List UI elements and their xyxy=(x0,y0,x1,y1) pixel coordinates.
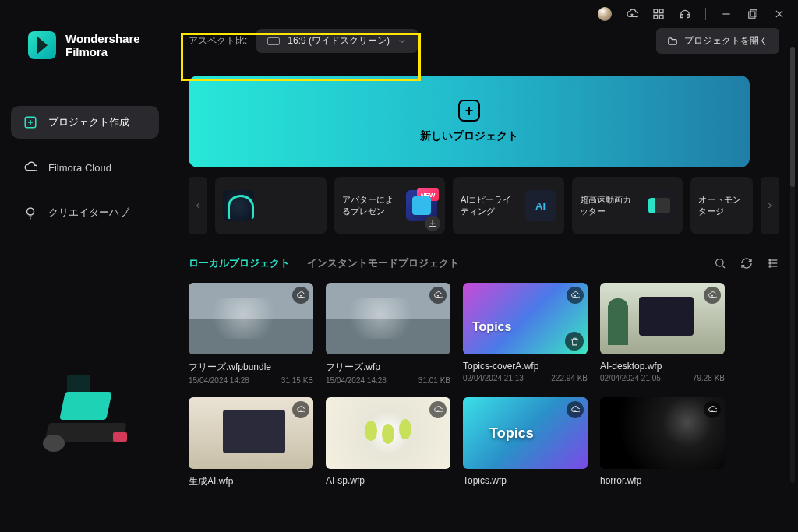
trash-icon[interactable] xyxy=(565,332,584,351)
cloud-upload-icon[interactable] xyxy=(429,401,447,418)
cloud-upload-icon[interactable] xyxy=(429,287,447,304)
project-date: 15/04/2024 14:28 xyxy=(189,376,249,385)
headphones-icon xyxy=(223,190,254,221)
feature-carousel: アバターによるプレゼン NEW AIコピーライティング 超高速動画カッター オー… xyxy=(189,177,779,234)
project-card[interactable]: Topics.wfp xyxy=(463,397,588,488)
cloud-upload-icon[interactable] xyxy=(567,287,584,304)
cloud-icon xyxy=(23,160,37,174)
sidebar-item-label: クリエイターハブ xyxy=(48,206,129,220)
sidebar-item-filmora-cloud[interactable]: Filmora Cloud xyxy=(11,151,159,184)
feature-label: AIコピーライティング xyxy=(461,194,519,217)
project-name: Topics.wfp xyxy=(463,475,588,486)
cloud-upload-icon[interactable] xyxy=(567,401,584,418)
sidebar-illustration xyxy=(39,361,132,454)
cloud-upload-icon[interactable] xyxy=(704,401,721,418)
project-date: 02/04/2024 21:05 xyxy=(600,374,661,382)
app-logo: Wondershare Filmora xyxy=(28,31,159,59)
project-name: フリーズ.wfp xyxy=(326,361,450,374)
sidebar: Wondershare Filmora プロジェクト作成 Filmora Clo… xyxy=(0,0,170,532)
feature-card-ai-copywriting[interactable]: AIコピーライティング xyxy=(453,177,564,234)
sidebar-item-label: Filmora Cloud xyxy=(48,162,111,174)
search-icon[interactable] xyxy=(714,257,726,270)
folder-icon xyxy=(667,36,678,47)
download-icon[interactable] xyxy=(425,216,440,231)
project-thumbnail[interactable] xyxy=(463,397,588,469)
plus-icon: + xyxy=(458,100,480,122)
open-project-button[interactable]: プロジェクトを開く xyxy=(656,28,779,54)
feature-label: 超高速動画カッター xyxy=(580,194,638,217)
cloud-upload-icon[interactable] xyxy=(292,401,309,418)
svg-point-21 xyxy=(769,266,771,267)
scrollbar[interactable] xyxy=(790,47,795,483)
project-size: 31.01 KB xyxy=(418,376,450,385)
project-date: 02/04/2024 21:13 xyxy=(463,374,524,382)
svg-point-12 xyxy=(27,208,34,215)
sort-icon[interactable] xyxy=(767,257,779,270)
top-toolbar: アスペクト比: 16:9 (ワイドスクリーン) プロジェクトを開く xyxy=(189,28,779,54)
project-thumbnail[interactable] xyxy=(600,283,725,354)
project-name: Topics-coverA.wfp xyxy=(463,361,588,372)
sidebar-item-creator-hub[interactable]: クリエイターハブ xyxy=(11,196,159,229)
project-card[interactable]: フリーズ.wfpbundle 15/04/2024 14:2831.15 KB xyxy=(189,283,313,385)
feature-card-auto-montage[interactable]: オートモンタージ xyxy=(690,177,753,234)
project-thumbnail[interactable] xyxy=(326,397,450,469)
film-cutter-icon xyxy=(644,190,675,221)
main-content: アスペクト比: 16:9 (ワイドスクリーン) プロジェクトを開く + 新しいプ… xyxy=(170,0,798,532)
project-thumbnail[interactable] xyxy=(189,283,313,354)
logo-mark-icon xyxy=(28,31,56,59)
project-thumbnail[interactable] xyxy=(463,283,588,354)
project-name: AI-desktop.wfp xyxy=(600,361,725,372)
project-size: 79.28 KB xyxy=(693,374,725,382)
feature-label: オートモンタージ xyxy=(698,194,745,217)
carousel-next-button[interactable] xyxy=(761,177,779,234)
project-grid: フリーズ.wfpbundle 15/04/2024 14:2831.15 KB … xyxy=(189,283,779,488)
project-card[interactable]: 生成AI.wfp xyxy=(189,397,313,488)
svg-line-16 xyxy=(722,266,725,268)
svg-point-19 xyxy=(769,262,771,264)
project-thumbnail[interactable] xyxy=(600,397,725,469)
project-name: 生成AI.wfp xyxy=(189,475,313,488)
project-size: 31.15 KB xyxy=(281,376,313,385)
tab-local-projects[interactable]: ローカルプロジェクト xyxy=(189,256,290,270)
project-size: 222.94 KB xyxy=(551,374,588,382)
aspect-ratio-label: アスペクト比: xyxy=(189,34,247,48)
project-card[interactable]: フリーズ.wfp 15/04/2024 14:2831.01 KB xyxy=(326,283,450,385)
project-thumbnail[interactable] xyxy=(326,283,450,354)
sidebar-item-create-project[interactable]: プロジェクト作成 xyxy=(11,106,159,139)
aspect-ratio-select[interactable]: 16:9 (ワイドスクリーン) xyxy=(256,29,418,53)
brand-line1: Wondershare xyxy=(65,32,140,45)
chevron-down-icon xyxy=(397,37,407,46)
cloud-upload-icon[interactable] xyxy=(704,287,721,304)
open-project-label: プロジェクトを開く xyxy=(684,34,768,48)
aspect-ratio-value: 16:9 (ワイドスクリーン) xyxy=(288,34,390,48)
new-project-label: 新しいプロジェクト xyxy=(420,129,518,143)
project-tabs: ローカルプロジェクト インスタントモードプロジェクト xyxy=(189,256,779,270)
project-thumbnail[interactable] xyxy=(189,397,313,469)
lightbulb-icon xyxy=(23,206,37,220)
project-name: フリーズ.wfpbundle xyxy=(189,361,313,374)
cloud-upload-icon[interactable] xyxy=(292,287,309,304)
ai-icon xyxy=(525,190,556,221)
sidebar-item-label: プロジェクト作成 xyxy=(48,115,129,129)
scrollbar-thumb[interactable] xyxy=(790,47,795,187)
tab-instant-mode-projects[interactable]: インスタントモードプロジェクト xyxy=(307,256,459,270)
project-card[interactable]: horror.wfp xyxy=(600,397,725,488)
new-badge: NEW xyxy=(417,188,439,201)
svg-point-17 xyxy=(769,259,771,261)
svg-point-15 xyxy=(716,259,723,266)
ratio-rect-icon xyxy=(267,37,280,45)
new-project-button[interactable]: + 新しいプロジェクト xyxy=(189,76,750,167)
project-card[interactable]: AI-desktop.wfp 02/04/2024 21:0579.28 KB xyxy=(600,283,725,385)
feature-card-fast-cutter[interactable]: 超高速動画カッター xyxy=(572,177,683,234)
project-card[interactable]: AI-sp.wfp xyxy=(326,397,450,488)
brand-line2: Filmora xyxy=(65,45,140,58)
carousel-prev-button[interactable] xyxy=(189,177,207,234)
plus-square-icon xyxy=(23,115,37,129)
feature-card-avatar-presentation[interactable]: アバターによるプレゼン NEW xyxy=(334,177,446,234)
project-card[interactable]: Topics-coverA.wfp 02/04/2024 21:13222.94… xyxy=(463,283,588,385)
feature-label: アバターによるプレゼン xyxy=(342,194,401,217)
project-date: 15/04/2024 14:28 xyxy=(326,376,387,385)
project-name: AI-sp.wfp xyxy=(326,475,450,486)
refresh-icon[interactable] xyxy=(740,257,753,270)
feature-card-headphones[interactable] xyxy=(215,177,327,234)
